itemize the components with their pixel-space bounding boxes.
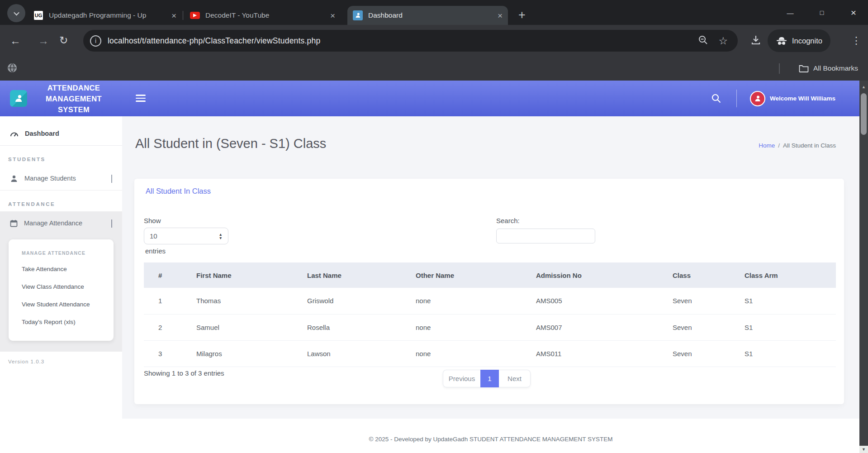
header-divider — [736, 90, 737, 107]
calendar-icon — [10, 219, 18, 227]
table-header-row: # First Name Last Name Other Name Admiss… — [144, 262, 836, 288]
cell: S1 — [745, 288, 836, 314]
card-title: All Student In Class — [146, 187, 211, 196]
submenu-item-view-class-attendance[interactable]: View Class Attendance — [9, 278, 114, 296]
bookmark-star-icon[interactable]: ☆ — [718, 35, 728, 47]
pagination-page-1-button[interactable]: 1 — [480, 370, 499, 387]
sidebar-item-manage-students[interactable]: Manage Students — [0, 167, 122, 190]
browser-menu-icon[interactable]: ⋮ — [851, 25, 861, 56]
breadcrumb-home-link[interactable]: Home — [759, 142, 775, 149]
scrollbar-thumb[interactable] — [861, 93, 867, 135]
show-label: Show — [144, 217, 161, 224]
sidebar-item-label: Dashboard — [25, 130, 59, 137]
dashboard-gauge-icon — [10, 130, 19, 138]
column-header[interactable]: Class Arm — [745, 262, 836, 288]
all-bookmarks-button[interactable]: All Bookmarks — [799, 56, 858, 81]
app-brand[interactable]: ATTENDANCE MANAGEMENT SYSTEM — [0, 81, 122, 116]
address-bar[interactable]: i localhost/t/attendance-php/ClassTeache… — [83, 30, 738, 52]
cell: 2 — [144, 314, 196, 340]
cell: Rosella — [307, 314, 416, 340]
scroll-up-arrow[interactable]: ▲ — [859, 85, 868, 89]
web-page: ATTENDANCE MANAGEMENT SYSTEM Welcome Wil… — [0, 81, 859, 453]
search-input[interactable] — [496, 229, 595, 243]
column-header[interactable]: # — [144, 262, 196, 288]
browser-toolbar: ← → ↻ i localhost/t/attendance-php/Class… — [0, 25, 868, 56]
tab-close-icon[interactable]: × — [171, 11, 176, 20]
cell: Seven — [673, 314, 745, 340]
tab-strip: UG Updategadh Programming - Up × DecodeI… — [0, 0, 868, 25]
sidebar-item-manage-attendance[interactable]: Manage Attendance — [0, 211, 122, 235]
column-header[interactable]: First Name — [196, 262, 307, 288]
forward-button[interactable]: → — [38, 25, 49, 56]
page-scrollbar[interactable]: ▲ ▼ — [859, 81, 868, 453]
app-logo-icon — [10, 90, 27, 107]
chevron-down-icon — [111, 219, 112, 227]
bookmarks-divider — [779, 63, 780, 74]
cell: Samuel — [196, 314, 307, 340]
submenu-item-take-attendance[interactable]: Take Attendance — [9, 260, 114, 278]
browser-tab-dashboard[interactable]: Dashboard × — [347, 6, 508, 25]
breadcrumb: Home/All Student in Class — [759, 142, 836, 149]
incognito-label: Incognito — [792, 37, 822, 45]
footer-text: © 2025 - Developed by UpdateGadh STUDENT… — [122, 419, 859, 443]
all-bookmarks-label: All Bookmarks — [813, 64, 858, 72]
submenu-item-view-student-attendance[interactable]: View Student Attendance — [9, 296, 114, 313]
tab-title: DecodeIT - YouTube — [205, 11, 326, 19]
user-menu[interactable]: Welcome Will Williams — [750, 81, 835, 116]
page-footer: © 2025 - Developed by UpdateGadh STUDENT… — [122, 419, 859, 453]
tab-close-icon[interactable]: × — [330, 11, 335, 20]
cell: Milagros — [196, 340, 307, 367]
sidebar-item-label: Manage Students — [24, 175, 76, 182]
column-header[interactable]: Other Name — [416, 262, 536, 288]
sidebar-item-dashboard[interactable]: Dashboard — [0, 122, 122, 145]
cell: none — [416, 340, 536, 367]
cell: Griswold — [307, 288, 416, 314]
column-header[interactable]: Last Name — [307, 262, 416, 288]
sidebar-item-label: Manage Attendance — [24, 219, 82, 227]
incognito-badge: Incognito — [768, 29, 830, 52]
entries-select[interactable]: 10 ▲▼ — [144, 228, 228, 244]
tab-separator — [183, 11, 183, 20]
submenu-item-todays-report[interactable]: Today's Report (xls) — [9, 313, 114, 331]
bookmarks-bar: All Bookmarks — [0, 56, 868, 81]
globe-bookmark-icon[interactable] — [7, 62, 18, 75]
tab-close-icon[interactable]: × — [498, 11, 503, 20]
app-title: ATTENDANCE MANAGEMENT SYSTEM — [27, 82, 122, 115]
cell: AMS011 — [536, 340, 673, 367]
scroll-down-arrow[interactable]: ▼ — [859, 447, 868, 452]
hamburger-menu-icon[interactable] — [136, 95, 146, 104]
back-button[interactable]: ← — [10, 25, 21, 56]
browser-tab-updategadh[interactable]: UG Updategadh Programming - Up × — [28, 6, 182, 25]
app-header: ATTENDANCE MANAGEMENT SYSTEM Welcome Wil… — [0, 81, 859, 116]
new-tab-button[interactable]: + — [513, 6, 531, 24]
chevron-right-icon — [111, 175, 112, 182]
table-row: 2 Samuel Rosella none AMS007 Seven S1 — [144, 314, 836, 340]
downloads-icon[interactable] — [750, 34, 762, 48]
window-close-button[interactable]: × — [840, 4, 867, 22]
cell: 3 — [144, 340, 196, 367]
window-maximize-button[interactable]: □ — [809, 4, 835, 22]
pagination-next-button[interactable]: Next — [499, 370, 531, 387]
chevron-down-icon — [14, 10, 19, 15]
version-label: Version 1.0.3 — [0, 352, 122, 372]
tab-search-button[interactable] — [7, 4, 25, 22]
main-content: All Student in (Seven - S1) Class Home/A… — [122, 116, 859, 453]
reload-button[interactable]: ↻ — [59, 25, 68, 56]
breadcrumb-current: All Student in Class — [783, 142, 836, 149]
dashboard-favicon — [353, 10, 363, 20]
header-search-icon[interactable] — [711, 93, 721, 105]
site-info-icon[interactable]: i — [90, 35, 101, 47]
window-minimize-button[interactable]: — — [777, 4, 803, 22]
submenu-header: MANAGE ATTENDANCE — [9, 248, 114, 260]
pagination-previous-button[interactable]: Previous — [443, 370, 480, 387]
zoom-out-icon[interactable] — [698, 35, 708, 47]
entries-label: entries — [145, 247, 166, 255]
students-card: All Student In Class Show 10 ▲▼ entries … — [134, 179, 844, 404]
column-header[interactable]: Admission No — [536, 262, 673, 288]
student-icon — [10, 175, 18, 182]
browser-tab-youtube[interactable]: DecodeIT - YouTube × — [185, 6, 341, 25]
column-header[interactable]: Class — [673, 262, 745, 288]
breadcrumb-separator: / — [778, 142, 780, 149]
attendance-expanded-block: Manage Attendance MANAGE ATTENDANCE Take… — [0, 211, 122, 351]
cell: AMS005 — [536, 288, 673, 314]
